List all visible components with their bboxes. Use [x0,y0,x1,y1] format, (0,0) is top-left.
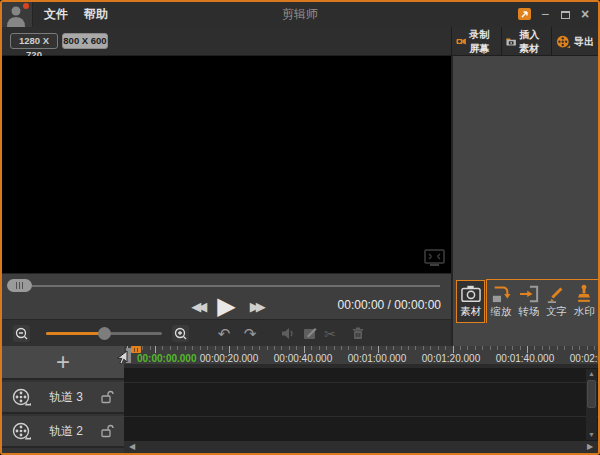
playhead-flag[interactable] [131,346,141,353]
scroll-left-arrow[interactable]: ◀ [126,441,138,453]
export-button[interactable]: 导出 [551,27,598,56]
tab-group: 缩放 转场 文字 [486,279,598,323]
transition-icon [518,284,540,303]
fit-screen-icon[interactable] [424,249,445,268]
track-list-panel: + 轨道 3 轨道 2 [2,346,124,453]
insert-material-icon [506,35,516,48]
timeline-zoom-knob[interactable] [98,327,111,340]
maximize-button[interactable] [557,2,573,27]
seek-handle[interactable] [7,279,32,292]
track-separator [124,382,598,383]
insert-material-label: 插入素材 [519,28,547,56]
app-window: 文件 帮助 剪辑师 − × 1280 X 720 800 X 600 录制屏幕 [0,0,600,455]
minimize-button[interactable]: − [537,2,553,27]
edit-pen-icon [303,327,317,340]
main-toolbar: 1280 X 720 800 X 600 录制屏幕 插入素材 [2,27,598,56]
vertical-scroll-thumb[interactable] [587,380,596,408]
track-separator [124,416,598,417]
tab-transition[interactable]: 转场 [515,280,543,323]
mute-button[interactable] [278,324,298,343]
speaker-icon [281,327,295,340]
window-title: 剪辑师 [2,2,598,27]
insert-material-button[interactable]: 插入素材 [501,27,551,56]
resource-panel: 素材 缩放 转场 [451,56,598,346]
unlock-icon[interactable] [100,390,114,404]
tab-text-label: 文字 [546,305,567,319]
tab-material-label: 素材 [460,305,481,319]
timeline-ruler[interactable]: 00:00:00.000 00:00:20.000 00:00:40.000 0… [124,346,598,366]
material-camera-icon [460,284,482,303]
unlock-icon[interactable] [100,424,114,438]
scroll-up-arrow[interactable]: ▲ [586,369,597,379]
seek-track[interactable] [32,285,440,287]
add-track-button[interactable]: + [2,346,124,380]
zoom-in-button[interactable] [172,325,189,342]
redo-button[interactable]: ↷ [240,324,260,343]
tab-zoom-label: 缩放 [490,305,511,319]
track-label: 轨道 2 [32,423,100,440]
mouse-cursor [114,349,130,368]
resolution-800x600-button[interactable]: 800 X 600 [62,33,108,49]
play-button[interactable]: ▶ [217,292,235,320]
cut-button[interactable]: ✂ [320,324,340,343]
delete-button[interactable] [348,324,368,343]
scroll-right-arrow[interactable]: ▶ [584,441,596,453]
resolution-1280x720-button[interactable]: 1280 X 720 [10,33,58,49]
ruler-mark: 00:02:00.000 [570,353,598,364]
watermark-stamp-icon [573,284,595,303]
track-row-2[interactable]: 轨道 2 [2,416,124,448]
record-screen-label: 录制屏幕 [469,28,497,56]
ruler-mark: 00:01:20.000 [422,353,480,364]
record-screen-icon [456,35,466,48]
film-reel-icon [12,422,32,441]
tab-transition-label: 转场 [518,305,539,319]
track-row-3[interactable]: 轨道 3 [2,382,124,414]
track-label: 轨道 3 [32,389,100,406]
export-icon [556,35,571,49]
film-reel-icon [12,388,32,407]
zoom-arrow-icon [490,284,512,303]
ruler-mark: 00:00:20.000 [200,353,258,364]
fast-forward-button[interactable]: ▶▶ [250,299,262,314]
record-screen-button[interactable]: 录制屏幕 [451,27,501,56]
ruler-mark: 00:01:40.000 [496,353,554,364]
vertical-scrollbar[interactable]: ▲ ▼ [586,369,597,440]
horizontal-scrollbar[interactable]: ◀ ▶ [124,441,598,453]
current-time-label: 00:00:00.000 [137,353,197,364]
tab-text[interactable]: 文字 [543,280,571,323]
tab-zoom[interactable]: 缩放 [487,280,515,323]
title-bar: 文件 帮助 剪辑师 − × [2,2,598,27]
timeline-zoom-slider-fill [46,332,104,335]
trash-icon [352,327,364,340]
undo-button[interactable]: ↶ [214,324,234,343]
tab-watermark-label: 水印 [574,305,595,319]
timeline-tracks-area[interactable]: ▲ ▼ [124,368,598,441]
maximize-icon [561,11,570,19]
tab-watermark[interactable]: 水印 [570,280,598,323]
playback-bar: ◀◀ ▶ ▶▶ 00:00:00 / 00:00:00 [2,273,451,319]
text-pencil-icon [545,284,567,303]
edit-toolbar: ↶ ↷ ✂ [2,319,451,346]
zoom-out-button[interactable] [13,325,30,342]
edit-clip-button[interactable] [300,324,320,343]
ruler-major-ticks [124,346,598,353]
export-label: 导出 [574,35,594,49]
scroll-down-arrow[interactable]: ▼ [586,430,597,440]
video-preview[interactable] [2,56,451,273]
close-button[interactable]: × [577,2,593,27]
time-display: 00:00:00 / 00:00:00 [338,298,441,312]
rewind-button[interactable]: ◀◀ [191,299,203,314]
ruler-mark: 00:01:00.000 [348,353,406,364]
ruler-mark: 00:00:40.000 [274,353,332,364]
tab-material[interactable]: 素材 [456,280,485,323]
